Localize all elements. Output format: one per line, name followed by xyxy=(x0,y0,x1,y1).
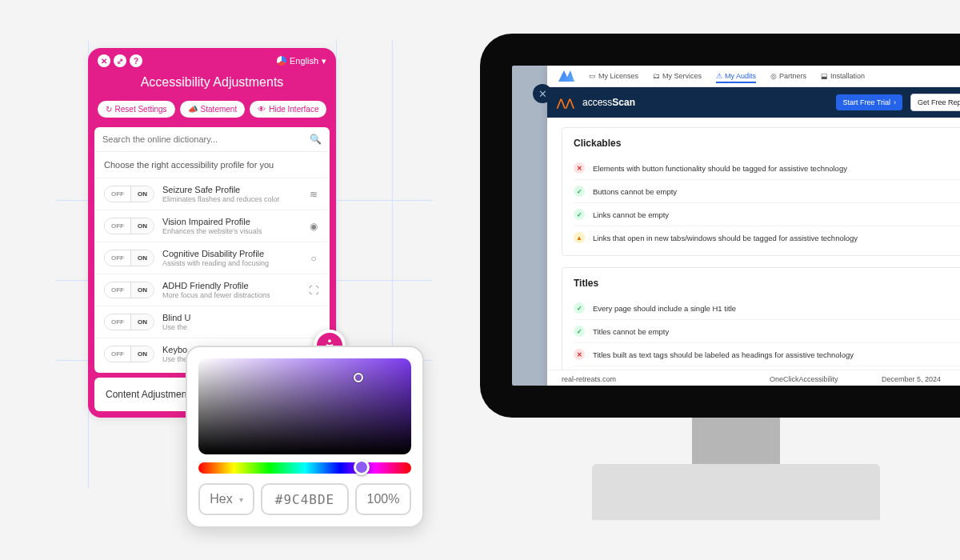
globe-icon xyxy=(277,56,286,66)
clickables-card: Clickables ✕Elements with button functio… xyxy=(562,127,960,256)
profile-row-blind: OFFON Blind UUse the xyxy=(94,306,330,338)
issue-row[interactable]: ✓Titles cannot be empty xyxy=(574,319,960,342)
partners-icon: ◎ xyxy=(770,72,777,80)
profile-row-seizure: OFFON Seizure Safe ProfileEliminates fla… xyxy=(94,178,330,210)
close-panel-button[interactable]: ✕ xyxy=(533,84,552,103)
chevron-down-icon: ▾ xyxy=(322,56,326,66)
svg-point-0 xyxy=(328,339,331,342)
toggle-keyboard[interactable]: OFFON xyxy=(104,346,154,362)
status-warn-icon: ▲ xyxy=(574,232,585,243)
toggle-cognitive[interactable]: OFFON xyxy=(104,250,154,266)
close-icon[interactable]: ✕ xyxy=(98,54,110,67)
megaphone-icon: 📣 xyxy=(188,105,198,114)
status-ok-icon: ✓ xyxy=(574,186,585,197)
briefcase-icon: 🗂 xyxy=(653,72,660,80)
toggle-vision[interactable]: OFFON xyxy=(104,218,154,234)
reset-icon: ↻ xyxy=(106,105,112,114)
footer-plugin: OneClickAccessibility xyxy=(770,375,882,383)
language-label: English xyxy=(290,56,318,66)
issue-row[interactable]: ✓Links cannot be empty xyxy=(574,202,960,226)
issue-row[interactable]: ✓Buttons cannot be empty xyxy=(574,179,960,202)
scan-toolbar: ✕ ⋀⋀ accessScan Start Free Trial› Get Fr… xyxy=(547,87,960,118)
hue-slider[interactable] xyxy=(198,462,411,474)
alpha-input[interactable]: 100% xyxy=(355,483,411,515)
status-ok-icon: ✓ xyxy=(574,302,585,314)
issue-row[interactable]: ✕Titles built as text tags should be lab… xyxy=(574,342,960,366)
profiles-subtitle: Choose the right accessibility profile f… xyxy=(94,152,330,178)
get-free-report-button[interactable]: Get Free Report› xyxy=(910,94,960,111)
top-nav: ▭My Licenses 🗂My Services ⚠My Audits ◎Pa… xyxy=(547,66,960,87)
language-selector[interactable]: English ▾ xyxy=(277,56,326,66)
eye-icon: ◉ xyxy=(307,220,320,233)
search-icon[interactable]: 🔍 xyxy=(310,134,322,145)
wp-logo-icon xyxy=(558,70,574,82)
nav-partners[interactable]: ◎Partners xyxy=(770,72,806,80)
color-canvas[interactable] xyxy=(198,358,411,454)
status-ok-icon: ✓ xyxy=(574,326,585,337)
footer-date: December 5, 2024 xyxy=(882,375,960,383)
hide-interface-button[interactable]: 👁Hide Interface xyxy=(250,101,326,118)
status-error-icon: ✕ xyxy=(574,349,585,360)
titles-card: Titles ✓Every page should include a sing… xyxy=(562,267,960,386)
results-table-footer: real-retreats.com OneClickAccessibility … xyxy=(547,370,960,386)
monitor-neck xyxy=(692,418,780,466)
color-handle[interactable] xyxy=(354,373,363,382)
nav-audits[interactable]: ⚠My Audits xyxy=(716,72,756,83)
hex-input[interactable]: #9C4BDE xyxy=(261,483,349,515)
issue-row[interactable]: ✓Every page should include a single H1 t… xyxy=(574,297,960,319)
nav-licenses[interactable]: ▭My Licenses xyxy=(589,72,638,80)
toggle-adhd[interactable]: OFFON xyxy=(104,282,154,298)
flash-icon: ≋ xyxy=(307,188,320,201)
status-ok-icon: ✓ xyxy=(574,209,585,220)
nav-installation[interactable]: ⬓Installation xyxy=(821,72,865,80)
statement-button[interactable]: 📣Statement xyxy=(180,101,246,118)
issue-row[interactable]: ▲Links that open in new tabs/windows sho… xyxy=(574,226,960,249)
browser-window: ▭My Licenses 🗂My Services ⚠My Audits ◎Pa… xyxy=(547,66,960,386)
start-free-trial-button[interactable]: Start Free Trial› xyxy=(836,94,902,110)
nav-services[interactable]: 🗂My Services xyxy=(653,72,702,80)
card-icon: ▭ xyxy=(589,72,596,80)
profile-row-adhd: OFFON ADHD Friendly ProfileMore focus an… xyxy=(94,274,330,306)
chevron-right-icon: › xyxy=(894,98,896,106)
profile-row-vision: OFFON Vision Impaired ProfileEnhances th… xyxy=(94,210,330,242)
toggle-blind[interactable]: OFFON xyxy=(104,314,154,330)
focus-icon: ⛶ xyxy=(307,284,320,297)
audit-icon: ⚠ xyxy=(716,72,722,80)
circle-icon: ○ xyxy=(307,252,320,265)
footer-site: real-retreats.com xyxy=(562,375,770,383)
monitor-mockup: ▭My Licenses 🗂My Services ⚠My Audits ◎Pa… xyxy=(480,34,960,520)
clickables-heading: Clickables xyxy=(574,138,960,149)
titles-heading: Titles xyxy=(574,278,960,289)
help-icon[interactable]: ? xyxy=(130,54,142,67)
color-mode-select[interactable]: Hex xyxy=(198,483,254,515)
eye-off-icon: 👁 xyxy=(258,105,266,114)
brand-mark-icon: ⋀⋀ xyxy=(557,97,574,109)
brand-name: accessScan xyxy=(582,97,635,108)
move-icon[interactable]: ⤢ xyxy=(114,54,126,67)
toggle-seizure[interactable]: OFFON xyxy=(104,186,154,202)
monitor-base xyxy=(592,464,880,520)
download-icon: ⬓ xyxy=(821,72,828,80)
hue-handle[interactable] xyxy=(354,459,370,475)
reset-settings-button[interactable]: ↻Reset Settings xyxy=(98,101,175,118)
issue-row[interactable]: ✕Elements with button functionality shou… xyxy=(574,157,960,179)
profile-row-cognitive: OFFON Cognitive Disability ProfileAssist… xyxy=(94,242,330,274)
color-picker: Hex #9C4BDE 100% xyxy=(186,346,424,528)
status-error-icon: ✕ xyxy=(574,162,585,174)
widget-title: Accessibility Adjustments xyxy=(88,74,336,101)
search-input[interactable] xyxy=(102,134,310,144)
